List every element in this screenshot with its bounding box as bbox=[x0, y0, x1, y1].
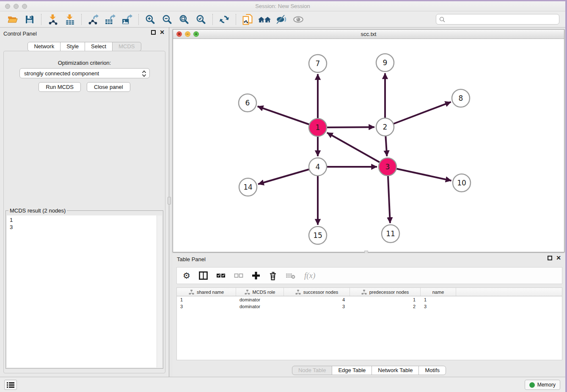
mcds-result-text[interactable]: 1 3 bbox=[7, 215, 162, 367]
export-image-icon[interactable] bbox=[118, 13, 135, 26]
search-field[interactable] bbox=[436, 14, 559, 25]
table-cell: 2 bbox=[350, 303, 421, 310]
zoom-window-icon[interactable] bbox=[22, 4, 27, 9]
run-mcds-button[interactable]: Run MCDS bbox=[39, 82, 81, 92]
table-body: 1dominator4113dominator323 bbox=[177, 296, 562, 310]
graph-node-7[interactable]: 7 bbox=[309, 55, 327, 72]
table-panel-header: Table Panel ✕ bbox=[173, 253, 565, 265]
table-cell: 4 bbox=[284, 296, 350, 303]
graph-node-10[interactable]: 10 bbox=[453, 174, 471, 192]
graph-node-14[interactable]: 14 bbox=[239, 178, 257, 196]
float-table-panel-icon[interactable] bbox=[548, 256, 552, 260]
column-header-predecessor-nodes[interactable]: predecessor nodes bbox=[350, 288, 421, 296]
task-history-button[interactable] bbox=[4, 380, 17, 390]
import-network-icon[interactable] bbox=[44, 13, 61, 26]
column-header-successor-nodes[interactable]: successor nodes bbox=[284, 288, 350, 296]
graph-node-15[interactable]: 15 bbox=[309, 226, 327, 244]
tab-mcds[interactable]: MCDS bbox=[112, 42, 141, 51]
tab-network-table[interactable]: Network Table bbox=[372, 366, 419, 375]
column-header-MCDS-role[interactable]: MCDS role bbox=[236, 288, 284, 296]
memory-button[interactable]: Memory bbox=[525, 380, 560, 390]
window-title: Session: New Session bbox=[0, 1, 565, 11]
open-session-icon[interactable] bbox=[4, 13, 21, 26]
clear-table-icon[interactable] bbox=[286, 270, 296, 282]
table-settings-gear-icon[interactable]: ⚙ bbox=[183, 270, 190, 282]
zoom-in-icon[interactable] bbox=[142, 13, 159, 26]
tab-style[interactable]: Style bbox=[60, 42, 85, 51]
svg-text:7: 7 bbox=[316, 59, 320, 68]
graph-node-8[interactable]: 8 bbox=[452, 89, 470, 107]
graph-node-3[interactable]: 3 bbox=[379, 158, 396, 176]
network-minimize-icon[interactable]: − bbox=[185, 31, 190, 37]
network-graph: 7968124314101511 bbox=[173, 39, 564, 252]
show-all-icon[interactable] bbox=[290, 13, 307, 26]
application-window: Session: New Session bbox=[0, 1, 565, 392]
tab-node-table[interactable]: Node Table bbox=[292, 366, 333, 375]
graph-node-11[interactable]: 11 bbox=[382, 225, 399, 243]
svg-text:11: 11 bbox=[386, 229, 395, 238]
column-header-name[interactable]: name bbox=[421, 288, 456, 296]
import-table-icon[interactable] bbox=[61, 13, 78, 26]
network-canvas[interactable]: 7968124314101511 bbox=[173, 39, 564, 252]
table-row[interactable]: 1dominator411 bbox=[177, 296, 562, 303]
close-panel-button[interactable]: Close panel bbox=[87, 82, 130, 92]
table-row[interactable]: 3dominator323 bbox=[177, 303, 562, 310]
table-cell: 1 bbox=[421, 296, 456, 303]
table-panel-title: Table Panel bbox=[177, 256, 206, 262]
duplicate-network-icon[interactable] bbox=[239, 13, 256, 26]
zoom-out-icon[interactable] bbox=[159, 13, 176, 26]
svg-text:1: 1 bbox=[316, 123, 320, 132]
deselect-all-icon[interactable] bbox=[234, 270, 243, 282]
close-panel-icon[interactable]: ✕ bbox=[160, 30, 165, 35]
graph-node-2[interactable]: 2 bbox=[376, 118, 394, 136]
graph-edge-3-10[interactable] bbox=[388, 167, 451, 181]
select-all-icon[interactable] bbox=[216, 270, 226, 282]
status-bar: Memory bbox=[0, 377, 565, 392]
graph-edge-3-1[interactable] bbox=[327, 133, 388, 167]
float-panel-icon[interactable] bbox=[151, 30, 156, 35]
toolbar-separator bbox=[212, 14, 213, 25]
graph-node-6[interactable]: 6 bbox=[239, 94, 256, 112]
network-maximize-icon[interactable]: + bbox=[193, 31, 199, 37]
table-panel: Table Panel ✕ ⚙ bbox=[173, 253, 565, 377]
search-input[interactable] bbox=[447, 16, 559, 22]
houses-icon[interactable] bbox=[256, 13, 273, 26]
table-cell: dominator bbox=[236, 303, 284, 310]
chevron-up-down-icon bbox=[142, 70, 146, 77]
minimize-window-icon[interactable] bbox=[14, 4, 19, 9]
fit-content-icon[interactable] bbox=[176, 13, 193, 26]
delete-row-icon[interactable] bbox=[269, 270, 277, 282]
toggle-column-icon[interactable] bbox=[199, 270, 208, 282]
zoom-selected-icon[interactable] bbox=[193, 13, 209, 26]
function-builder-icon[interactable]: f(x) bbox=[304, 270, 315, 282]
add-row-icon[interactable] bbox=[252, 270, 260, 282]
close-table-panel-icon[interactable]: ✕ bbox=[556, 256, 561, 260]
refresh-icon[interactable] bbox=[216, 13, 233, 26]
network-close-icon[interactable]: ✕ bbox=[176, 31, 182, 37]
graph-edge-2-8[interactable] bbox=[385, 102, 451, 127]
vertical-splitter-handle[interactable] bbox=[168, 197, 171, 204]
mcds-result-scrollbar[interactable] bbox=[157, 215, 162, 367]
export-network-icon[interactable] bbox=[85, 13, 102, 26]
tab-motifs[interactable]: Motifs bbox=[418, 366, 446, 375]
svg-text:15: 15 bbox=[313, 231, 322, 240]
graph-node-1[interactable]: 1 bbox=[309, 119, 327, 136]
table-cell: 3 bbox=[177, 303, 236, 310]
optimization-criterion-select[interactable]: strongly connected component bbox=[19, 68, 150, 78]
tab-edge-table[interactable]: Edge Table bbox=[332, 366, 372, 375]
graph-edge-1-6[interactable] bbox=[258, 106, 318, 127]
graph-node-4[interactable]: 4 bbox=[309, 158, 327, 176]
column-header-shared-name[interactable]: shared name bbox=[177, 288, 236, 296]
hide-selected-icon[interactable] bbox=[273, 13, 290, 26]
svg-text:6: 6 bbox=[245, 99, 250, 107]
tab-select[interactable]: Select bbox=[85, 42, 113, 51]
network-window-titlebar: ✕ − + scc.txt bbox=[173, 30, 564, 39]
save-session-icon[interactable] bbox=[21, 13, 38, 26]
svg-text:10: 10 bbox=[457, 179, 466, 187]
tab-network[interactable]: Network bbox=[28, 42, 61, 51]
table-cell: 3 bbox=[284, 303, 350, 310]
close-window-icon[interactable] bbox=[5, 4, 10, 9]
export-table-icon[interactable] bbox=[102, 13, 118, 26]
graph-node-9[interactable]: 9 bbox=[376, 54, 394, 72]
table-toolbar: ⚙ f(x) bbox=[176, 267, 562, 284]
